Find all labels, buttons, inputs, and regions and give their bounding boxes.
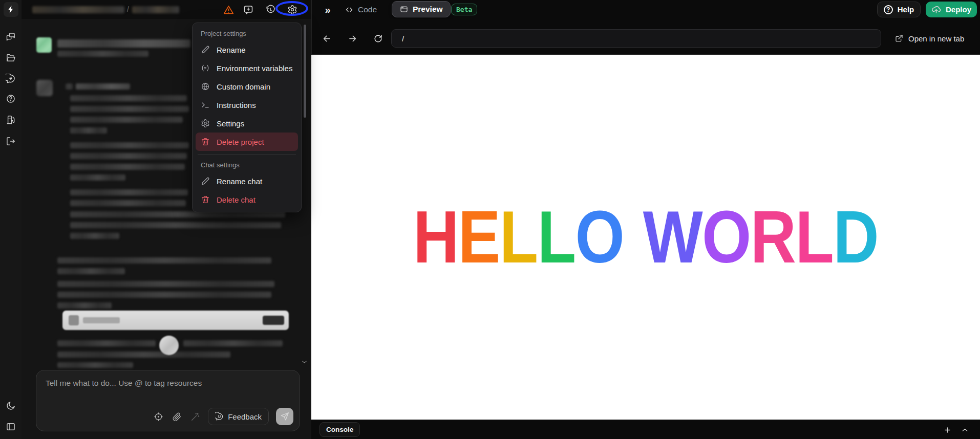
send-button[interactable]	[276, 408, 293, 425]
redacted-text-line	[70, 153, 187, 159]
refresh-icon[interactable]	[372, 32, 384, 45]
question-icon: ?	[884, 5, 893, 14]
redacted-text-line	[70, 127, 107, 134]
menu-divider	[198, 154, 296, 155]
console-label: Console	[326, 426, 353, 433]
menu-item-delete-project[interactable]: Delete project	[196, 133, 298, 151]
chat-input[interactable]	[36, 370, 300, 402]
redacted-text-line	[57, 51, 148, 57]
hello-letter: W	[643, 195, 702, 280]
heart-bubble-icon	[6, 74, 16, 84]
hello-world-text: H E L L O W O R L D	[413, 195, 878, 280]
menu-item-rename[interactable]: Rename	[196, 40, 298, 59]
open-in-new-tab-label: Open in new tab	[908, 34, 964, 43]
history-icon[interactable]	[264, 4, 276, 16]
help-label: Help	[898, 5, 914, 14]
chat-header: /	[22, 0, 311, 19]
menu-item-label: Delete chat	[217, 195, 255, 204]
console-button[interactable]: Console	[319, 422, 360, 437]
wand-icon[interactable]	[189, 411, 201, 422]
terminal-icon	[201, 100, 210, 109]
sidebar-item-chats[interactable]	[5, 31, 16, 42]
hello-letter: L	[795, 195, 833, 280]
crosshair-icon[interactable]	[153, 411, 164, 422]
plus-icon[interactable]	[941, 424, 953, 436]
url-input[interactable]	[391, 29, 881, 48]
avatar	[36, 37, 52, 53]
message-plus-icon[interactable]	[242, 4, 254, 16]
panel-icon	[6, 422, 16, 432]
paperclip-icon[interactable]	[171, 411, 182, 422]
back-arrow-icon[interactable]	[321, 32, 333, 45]
deploy-button[interactable]: Deploy	[926, 2, 977, 17]
trash-icon	[201, 195, 210, 204]
gear-icon	[201, 119, 210, 128]
app-logo[interactable]	[4, 2, 18, 17]
menu-item-label: Rename chat	[217, 177, 262, 186]
menu-item-delete-chat[interactable]: Delete chat	[196, 190, 298, 209]
redacted-text-line	[57, 268, 125, 274]
workbench-header: » Code Preview Beta ? Help Deploy	[311, 0, 980, 19]
redacted-text-line	[70, 189, 188, 195]
forward-arrow-icon[interactable]	[346, 32, 358, 45]
menu-item-custom-domain[interactable]: Custom domain	[196, 77, 298, 96]
menu-section-chat-settings: Chat settings	[196, 158, 298, 172]
collapse-sidebar-button[interactable]	[5, 421, 16, 432]
beta-badge: Beta	[451, 4, 477, 15]
chevrons-right-icon[interactable]: »	[321, 3, 334, 16]
hello-letter: R	[751, 195, 796, 280]
redacted-text-line	[57, 257, 271, 264]
menu-section-project-settings: Project settings	[196, 26, 298, 40]
sidebar-item-usage[interactable]	[5, 114, 16, 125]
chevron-down-icon[interactable]	[300, 358, 308, 365]
sidebar-item-signout[interactable]	[5, 136, 16, 147]
avatar	[159, 336, 179, 355]
bolt-icon	[7, 5, 15, 14]
attachment-card	[62, 311, 289, 330]
menu-item-rename-chat[interactable]: Rename chat	[196, 172, 298, 190]
fuel-icon	[6, 115, 16, 125]
feedback-button[interactable]: Feedback	[208, 408, 269, 425]
menu-item-label: Delete project	[217, 138, 264, 146]
hello-letter: L	[537, 195, 575, 280]
tab-code[interactable]: Code	[345, 3, 377, 16]
external-link-icon	[894, 34, 903, 43]
trash-icon	[201, 137, 210, 146]
warning-icon[interactable]	[222, 4, 235, 16]
help-button[interactable]: ? Help	[877, 2, 921, 17]
redacted-text-line	[70, 117, 183, 123]
send-icon	[280, 412, 289, 421]
preview-viewport: H E L L O W O R L D	[311, 55, 980, 420]
redacted-text-line	[70, 95, 187, 101]
theme-toggle[interactable]	[5, 400, 16, 411]
menu-item-settings[interactable]: Settings	[196, 114, 298, 133]
tab-preview[interactable]: Preview	[392, 1, 451, 17]
folder-icon	[6, 53, 16, 63]
menu-item-environment-variables[interactable]: Environment variables	[196, 59, 298, 77]
chat-input-container: Feedback	[36, 370, 300, 431]
menu-item-label: Instructions	[217, 101, 256, 109]
open-in-new-tab-button[interactable]: Open in new tab	[894, 31, 964, 46]
sidebar-item-help[interactable]	[5, 93, 16, 104]
menu-item-instructions[interactable]: Instructions	[196, 96, 298, 114]
redacted-text-line	[70, 142, 189, 148]
redacted-text-line	[70, 233, 119, 239]
chevron-up-icon[interactable]	[958, 424, 971, 436]
sidebar-item-projects[interactable]	[5, 52, 16, 63]
question-circle-icon	[6, 94, 16, 104]
redacted-project-title	[32, 6, 124, 13]
redacted-text-line	[70, 164, 185, 170]
globe-icon	[201, 82, 210, 91]
moon-icon	[6, 401, 16, 411]
settings-dropdown-menu: Project settings Rename Environment vari…	[192, 23, 302, 212]
sidebar-item-feedback[interactable]	[5, 73, 16, 84]
logout-icon	[6, 136, 16, 146]
redacted-text-line	[57, 302, 112, 309]
redacted-chat-title	[132, 6, 179, 13]
deploy-label: Deploy	[946, 5, 971, 14]
redacted-text-line	[57, 281, 274, 287]
beta-label: Beta	[456, 6, 472, 13]
redacted-text-line	[70, 106, 189, 112]
chat-scrollbar-thumb[interactable]	[304, 25, 306, 118]
menu-item-label: Settings	[217, 119, 244, 128]
